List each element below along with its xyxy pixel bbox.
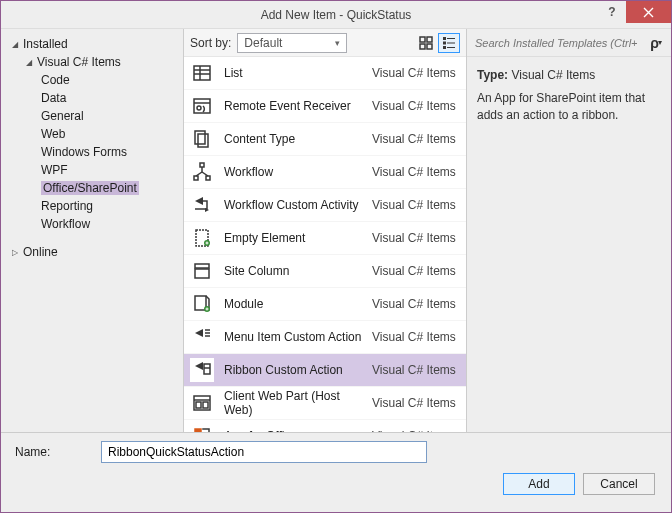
expand-icon: ▷ bbox=[11, 248, 19, 256]
webpart-icon bbox=[190, 391, 214, 415]
grid-icon bbox=[419, 36, 433, 50]
collapse-icon: ◢ bbox=[25, 58, 33, 66]
type-label: Type: bbox=[477, 68, 508, 82]
tree-label: Workflow bbox=[41, 217, 90, 231]
sortby-label: Sort by: bbox=[190, 36, 231, 50]
template-list-panel: Sort by: Default ▾ ListVisual C# ItemsRe… bbox=[184, 29, 467, 432]
help-button[interactable]: ? bbox=[598, 1, 626, 23]
tree-node-online[interactable]: ▷ Online bbox=[7, 243, 177, 261]
template-category: Visual C# Items bbox=[372, 231, 460, 245]
svg-rect-29 bbox=[195, 264, 209, 268]
tree-label: Code bbox=[41, 73, 70, 87]
template-item[interactable]: Site ColumnVisual C# Items bbox=[184, 255, 466, 288]
dialog-body: ◢ Installed ◢ Visual C# Items Code Data … bbox=[1, 29, 671, 432]
template-name: List bbox=[224, 66, 362, 80]
template-category: Visual C# Items bbox=[372, 99, 460, 113]
tree-label: Online bbox=[23, 245, 58, 259]
titlebar[interactable]: Add New Item - QuickStatus ? bbox=[1, 1, 671, 29]
template-name: Ribbon Custom Action bbox=[224, 363, 362, 377]
chevron-down-icon: ▾ bbox=[658, 38, 662, 47]
tree-node-code[interactable]: Code bbox=[7, 71, 177, 89]
tree-node-wpf[interactable]: WPF bbox=[7, 161, 177, 179]
svg-rect-17 bbox=[195, 131, 205, 144]
tree-node-installed[interactable]: ◢ Installed bbox=[7, 35, 177, 53]
template-item[interactable]: Empty ElementVisual C# Items bbox=[184, 222, 466, 255]
svg-rect-21 bbox=[206, 176, 210, 180]
template-item[interactable]: Content TypeVisual C# Items bbox=[184, 123, 466, 156]
remote-icon bbox=[190, 94, 214, 118]
search-button[interactable]: ρ▾ bbox=[645, 33, 667, 53]
template-list[interactable]: ListVisual C# ItemsRemote Event Receiver… bbox=[184, 57, 466, 432]
activity-icon bbox=[190, 193, 214, 217]
search-input[interactable] bbox=[471, 33, 641, 53]
tree-label: Data bbox=[41, 91, 66, 105]
category-tree: ◢ Installed ◢ Visual C# Items Code Data … bbox=[1, 29, 184, 432]
svg-point-16 bbox=[197, 106, 201, 110]
svg-marker-33 bbox=[195, 329, 203, 337]
tree-label: General bbox=[41, 109, 84, 123]
template-item[interactable]: Remote Event ReceiverVisual C# Items bbox=[184, 90, 466, 123]
svg-rect-9 bbox=[447, 47, 455, 48]
tree-node-reporting[interactable]: Reporting bbox=[7, 197, 177, 215]
template-category: Visual C# Items bbox=[372, 330, 460, 344]
content-icon bbox=[190, 127, 214, 151]
close-button[interactable] bbox=[626, 1, 671, 23]
svg-rect-7 bbox=[447, 42, 455, 43]
collapse-icon: ◢ bbox=[11, 40, 19, 48]
svg-rect-2 bbox=[420, 44, 425, 49]
ribbon-icon bbox=[190, 358, 214, 382]
tree-label: WPF bbox=[41, 163, 68, 177]
svg-rect-38 bbox=[204, 364, 210, 374]
template-category: Visual C# Items bbox=[372, 297, 460, 311]
sortby-dropdown[interactable]: Default ▾ bbox=[237, 33, 347, 53]
tree-node-web[interactable]: Web bbox=[7, 125, 177, 143]
name-label: Name: bbox=[15, 445, 91, 459]
name-row: Name: bbox=[15, 441, 657, 463]
template-category: Visual C# Items bbox=[372, 132, 460, 146]
template-item[interactable]: ModuleVisual C# Items bbox=[184, 288, 466, 321]
template-item[interactable]: App for OfficeVisual C# Items bbox=[184, 420, 466, 432]
svg-rect-18 bbox=[198, 134, 208, 147]
button-row: Add Cancel bbox=[15, 473, 657, 495]
template-details: Type: Visual C# Items An App for SharePo… bbox=[467, 57, 671, 133]
add-button[interactable]: Add bbox=[503, 473, 575, 495]
template-item[interactable]: Client Web Part (Host Web)Visual C# Item… bbox=[184, 387, 466, 420]
tree-label: Windows Forms bbox=[41, 145, 127, 159]
tree-node-general[interactable]: General bbox=[7, 107, 177, 125]
template-name: Empty Element bbox=[224, 231, 362, 245]
chevron-down-icon: ▾ bbox=[335, 38, 340, 48]
list-icon bbox=[190, 61, 214, 85]
template-item[interactable]: Ribbon Custom ActionVisual C# Items bbox=[184, 354, 466, 387]
tree-node-data[interactable]: Data bbox=[7, 89, 177, 107]
template-category: Visual C# Items bbox=[372, 264, 460, 278]
template-item[interactable]: Workflow Custom ActivityVisual C# Items bbox=[184, 189, 466, 222]
view-large-icons-button[interactable] bbox=[415, 33, 437, 53]
template-item[interactable]: ListVisual C# Items bbox=[184, 57, 466, 90]
template-name: Menu Item Custom Action bbox=[224, 330, 362, 344]
svg-rect-10 bbox=[194, 66, 210, 80]
svg-rect-19 bbox=[200, 163, 204, 167]
view-details-button[interactable] bbox=[438, 33, 460, 53]
template-name: Remote Event Receiver bbox=[224, 99, 362, 113]
svg-marker-25 bbox=[195, 197, 203, 205]
template-item[interactable]: Menu Item Custom ActionVisual C# Items bbox=[184, 321, 466, 354]
type-value: Visual C# Items bbox=[511, 68, 595, 82]
template-name: Client Web Part (Host Web) bbox=[224, 389, 362, 417]
close-icon bbox=[643, 7, 654, 18]
template-item[interactable]: WorkflowVisual C# Items bbox=[184, 156, 466, 189]
cancel-button[interactable]: Cancel bbox=[583, 473, 655, 495]
dialog-window: Add New Item - QuickStatus ? ◢ Installed… bbox=[0, 0, 672, 513]
tree-node-windows-forms[interactable]: Windows Forms bbox=[7, 143, 177, 161]
template-name: Workflow Custom Activity bbox=[224, 198, 362, 212]
svg-rect-20 bbox=[194, 176, 198, 180]
name-input[interactable] bbox=[101, 441, 427, 463]
template-category: Visual C# Items bbox=[372, 66, 460, 80]
tree-node-office-sharepoint[interactable]: Office/SharePoint bbox=[7, 179, 177, 197]
svg-line-24 bbox=[202, 172, 208, 176]
tree-label: Visual C# Items bbox=[37, 55, 121, 69]
tree-node-workflow[interactable]: Workflow bbox=[7, 215, 177, 233]
template-name: Workflow bbox=[224, 165, 362, 179]
tree-node-visual-csharp[interactable]: ◢ Visual C# Items bbox=[7, 53, 177, 71]
svg-rect-4 bbox=[443, 37, 446, 40]
tree-label: Web bbox=[41, 127, 65, 141]
